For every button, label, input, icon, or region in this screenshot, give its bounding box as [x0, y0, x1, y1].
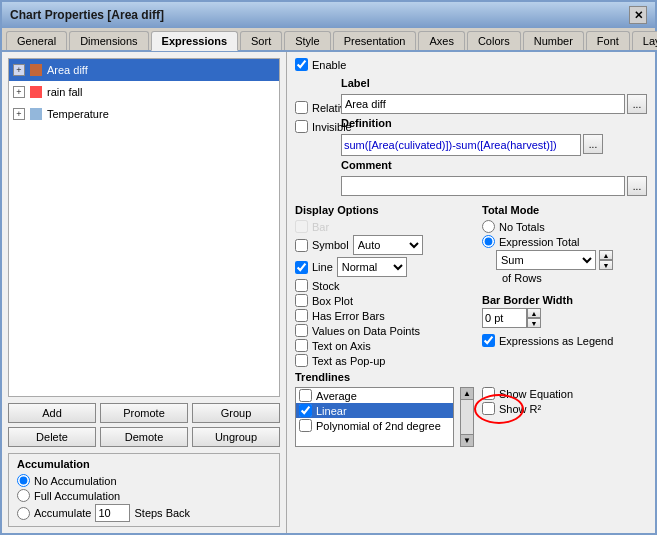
enable-checkbox[interactable]: [295, 58, 308, 71]
trendlines-scrollbar[interactable]: ▲ ▼: [460, 387, 474, 447]
tab-colors[interactable]: Colors: [467, 31, 521, 50]
steps-input[interactable]: [95, 504, 130, 522]
sum-down-btn[interactable]: ▼: [599, 260, 613, 270]
tab-sort[interactable]: Sort: [240, 31, 282, 50]
show-r2-checkbox[interactable]: [482, 402, 495, 415]
tree-expand-icon[interactable]: +: [13, 86, 25, 98]
expression-total-radio[interactable]: [482, 235, 495, 248]
symbol-select[interactable]: Auto: [353, 235, 423, 255]
enable-row: Enable: [295, 58, 346, 71]
tab-number[interactable]: Number: [523, 31, 584, 50]
show-r2-row: Show R²: [482, 402, 647, 415]
two-column-section: Display Options Bar Symbol Auto: [295, 204, 647, 447]
tree-item-label: Temperature: [47, 108, 109, 120]
bar-border-label: Bar Border Width: [482, 294, 647, 306]
tree-item[interactable]: +Temperature: [9, 103, 279, 125]
tree-expand-icon[interactable]: +: [13, 64, 25, 76]
symbol-checkbox[interactable]: [295, 239, 308, 252]
right-sub-panel: Total Mode No Totals Expression Total Su…: [482, 204, 647, 447]
errorbar-row: Has Error Bars: [295, 309, 474, 322]
label-input[interactable]: [341, 94, 625, 114]
left-panel: +Area diff+rain fall+Temperature Add Pro…: [2, 52, 287, 533]
sum-spinner[interactable]: ▲ ▼: [599, 250, 613, 270]
popup-checkbox[interactable]: [295, 354, 308, 367]
show-r2-label: Show R²: [499, 403, 541, 415]
top-button-row: Add Promote Group: [8, 403, 280, 423]
sum-select[interactable]: Sum: [496, 250, 596, 270]
stock-checkbox[interactable]: [295, 279, 308, 292]
trendline-checkbox[interactable]: [299, 389, 312, 402]
add-button[interactable]: Add: [8, 403, 96, 423]
demote-button[interactable]: Demote: [100, 427, 188, 447]
bar-row: Bar: [295, 220, 474, 233]
tab-font[interactable]: Font: [586, 31, 630, 50]
tree-item[interactable]: +Area diff: [9, 59, 279, 81]
no-totals-label: No Totals: [499, 221, 545, 233]
ungroup-button[interactable]: Ungroup: [192, 427, 280, 447]
trendlines-row: AverageLinearPolynomial of 2nd degree ▲ …: [295, 387, 474, 447]
bar-border-up-btn[interactable]: ▲: [527, 308, 541, 318]
bar-border-input[interactable]: [482, 308, 527, 328]
bar-checkbox[interactable]: [295, 220, 308, 233]
trendline-checkbox[interactable]: [299, 404, 312, 417]
definition-heading: Definition: [341, 117, 647, 129]
boxplot-checkbox[interactable]: [295, 294, 308, 307]
no-totals-row: No Totals: [482, 220, 647, 233]
tab-general[interactable]: General: [6, 31, 67, 50]
axis-checkbox[interactable]: [295, 339, 308, 352]
no-accumulation-radio[interactable]: [17, 474, 30, 487]
bar-border-spinner[interactable]: ▲ ▼: [527, 308, 541, 328]
tab-expressions[interactable]: Expressions: [151, 31, 238, 51]
line-checkbox[interactable]: [295, 261, 308, 274]
tree-item-label: rain fall: [47, 86, 82, 98]
accumulate-radio[interactable]: [17, 507, 30, 520]
expressions-tree[interactable]: +Area diff+rain fall+Temperature: [8, 58, 280, 397]
no-accumulation-label: No Accumulation: [34, 475, 117, 487]
tab-style[interactable]: Style: [284, 31, 330, 50]
tab-axes[interactable]: Axes: [418, 31, 464, 50]
trendline-item[interactable]: Polynomial of 2nd degree: [296, 418, 453, 433]
line-select[interactable]: Normal: [337, 257, 407, 277]
tab-bar: GeneralDimensionsExpressionsSortStylePre…: [2, 28, 655, 52]
steps-label: Steps Back: [134, 507, 190, 519]
tree-item[interactable]: +rain fall: [9, 81, 279, 103]
invisible-checkbox[interactable]: [295, 120, 308, 133]
tab-dimensions[interactable]: Dimensions: [69, 31, 148, 50]
tab-layout[interactable]: Layout: [632, 31, 657, 50]
tree-expand-icon[interactable]: +: [13, 108, 25, 120]
comment-row: ...: [341, 176, 647, 196]
close-button[interactable]: ✕: [629, 6, 647, 24]
show-equation-checkbox[interactable]: [482, 387, 495, 400]
definition-row: sum([Area(culivated)])-sum([Area(harvest…: [341, 134, 647, 156]
errorbar-checkbox[interactable]: [295, 309, 308, 322]
full-accumulation-radio[interactable]: [17, 489, 30, 502]
expressions-legend-checkbox[interactable]: [482, 334, 495, 347]
definition-browse-btn[interactable]: ...: [583, 134, 603, 154]
no-totals-radio[interactable]: [482, 220, 495, 233]
trendlines-list[interactable]: AverageLinearPolynomial of 2nd degree: [295, 387, 454, 447]
trendline-label: Average: [316, 390, 357, 402]
popup-label: Text as Pop-up: [312, 355, 385, 367]
trendline-label: Polynomial of 2nd degree: [316, 420, 441, 432]
trendline-item[interactable]: Average: [296, 388, 453, 403]
show-options-section: Show Equation Show R²: [482, 387, 647, 415]
label-browse-btn[interactable]: ...: [627, 94, 647, 114]
stock-label: Stock: [312, 280, 340, 292]
trendline-checkbox[interactable]: [299, 419, 312, 432]
relative-checkbox[interactable]: [295, 101, 308, 114]
delete-button[interactable]: Delete: [8, 427, 96, 447]
tab-presentation[interactable]: Presentation: [333, 31, 417, 50]
comment-input[interactable]: [341, 176, 625, 196]
bar-border-input-row: ▲ ▼: [482, 308, 647, 328]
group-button[interactable]: Group: [192, 403, 280, 423]
show-equation-label: Show Equation: [499, 388, 573, 400]
trendline-item[interactable]: Linear: [296, 403, 453, 418]
symbol-row: Symbol Auto: [295, 235, 474, 255]
bar-border-down-btn[interactable]: ▼: [527, 318, 541, 328]
datapoints-checkbox[interactable]: [295, 324, 308, 337]
sum-up-btn[interactable]: ▲: [599, 250, 613, 260]
definition-value: sum([Area(culivated)])-sum([Area(harvest…: [341, 134, 581, 156]
trendlines-label: Trendlines: [295, 371, 474, 383]
promote-button[interactable]: Promote: [100, 403, 188, 423]
comment-browse-btn[interactable]: ...: [627, 176, 647, 196]
